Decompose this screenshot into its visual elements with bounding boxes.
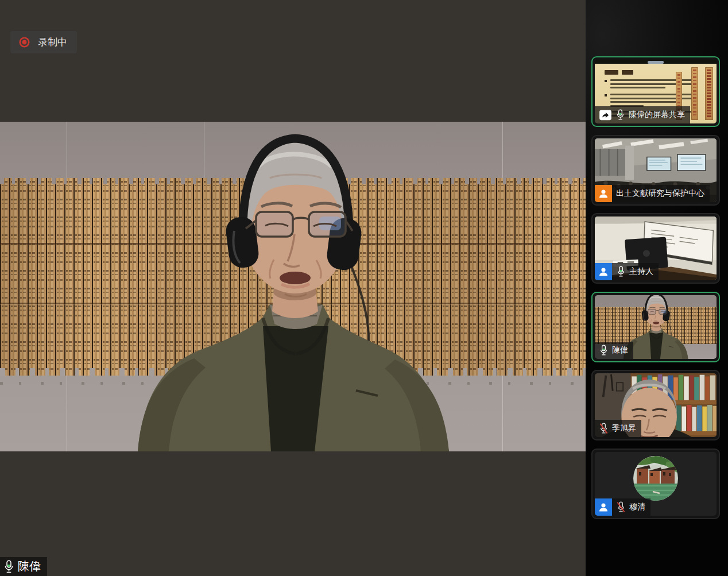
participant-tile-screen-share[interactable]: 陳偉的屏幕共享	[591, 56, 720, 127]
person-badge-blue-icon	[595, 263, 612, 280]
main-speaker-name: 陳偉	[18, 559, 41, 574]
participant-name: 出土文献研究与保护中心	[616, 188, 704, 199]
participant-tile-chenwei[interactable]: 陳偉	[591, 292, 720, 362]
participant-name: 陳偉的屏幕共享	[629, 110, 685, 120]
mic-on-icon	[616, 265, 626, 278]
main-speaker-video	[0, 122, 586, 451]
participants-sidebar: 陳偉的屏幕共享	[586, 0, 728, 576]
participant-name: 陳偉	[612, 345, 628, 355]
mic-on-icon	[3, 559, 15, 574]
main-speaker-name-badge: 陳偉	[0, 557, 47, 576]
participant-name: 穆清	[629, 502, 645, 512]
participant-tile-classroom[interactable]: 出土文献研究与保护中心	[591, 135, 720, 206]
participant-tile-muqing[interactable]: 穆清	[591, 449, 720, 519]
participant-tile-jixusheng[interactable]: 季旭昇	[591, 370, 720, 440]
recording-label: 录制中	[38, 36, 67, 49]
mic-muted-icon	[616, 501, 626, 513]
main-stage: 录制中 陳偉	[0, 0, 586, 576]
participant-tile-host[interactable]: 主持人	[591, 213, 720, 284]
screen-share-icon	[599, 110, 612, 121]
person-badge-orange-icon	[595, 185, 612, 202]
mic-on-icon	[599, 344, 609, 357]
person-badge-blue-icon	[595, 498, 612, 516]
speaker-portrait	[0, 122, 586, 451]
mic-muted-icon	[599, 422, 609, 435]
record-icon	[18, 36, 30, 48]
recording-indicator: 录制中	[10, 31, 77, 53]
mic-on-icon	[615, 109, 625, 121]
avatar	[633, 456, 678, 501]
participant-name: 主持人	[629, 266, 653, 277]
participant-name: 季旭昇	[612, 423, 636, 434]
